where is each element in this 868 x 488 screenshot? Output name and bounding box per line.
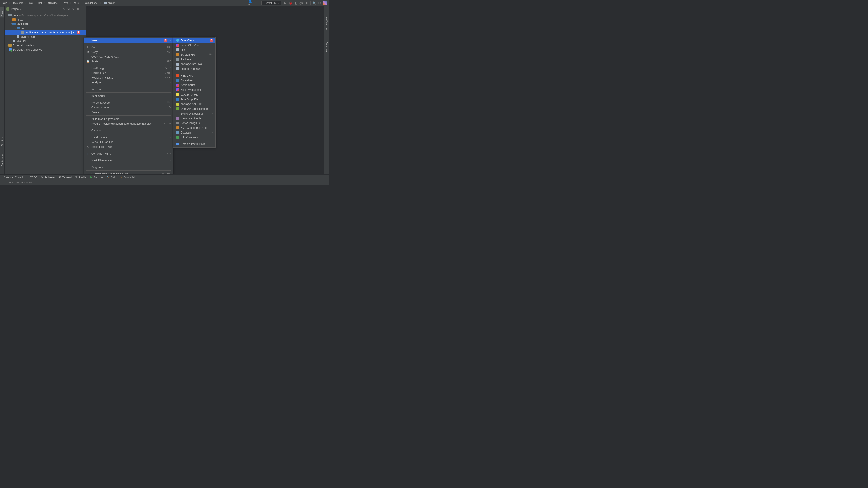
bottom-autobuild[interactable]: ⚠Auto-build xyxy=(119,176,135,179)
submenu-kotlin-ws[interactable]: Kotlin Worksheet xyxy=(174,88,215,92)
tree-java-iml[interactable]: java.iml xyxy=(4,39,86,43)
select-opened-icon[interactable]: ⊙ xyxy=(62,7,65,11)
menu-reformat[interactable]: Reformat Code⌥⌘L xyxy=(84,100,173,105)
tree-scratches[interactable]: Scratches and Consoles xyxy=(4,47,86,52)
breadcrumb-item[interactable]: java xyxy=(63,1,69,5)
submenu-kotlin-script[interactable]: Kotlin Script xyxy=(174,83,215,88)
breadcrumb-item[interactable]: core xyxy=(73,1,80,5)
sync-icon[interactable]: ↺ xyxy=(254,1,257,5)
bottom-services[interactable]: ▶Services xyxy=(90,176,103,179)
menu-find-in-files[interactable]: Find in Files...⇧⌘F xyxy=(84,70,173,75)
stop-icon[interactable]: ■ xyxy=(305,1,309,5)
search-icon[interactable]: 🔍 xyxy=(312,1,316,5)
submenu-stylesheet[interactable]: Stylesheet xyxy=(174,78,215,83)
tree-idea[interactable]: .idea xyxy=(4,18,86,22)
submenu-html[interactable]: HTML File xyxy=(174,73,215,78)
folder-icon xyxy=(104,2,107,4)
breadcrumb-item[interactable]: object xyxy=(103,1,115,5)
run-config-dropdown[interactable]: Current File xyxy=(261,1,281,5)
breadcrumb-item[interactable]: foundational xyxy=(84,1,99,5)
submenu-openapi[interactable]: OpenAPI Specification xyxy=(174,106,215,111)
menu-bookmarks[interactable]: Bookmarks▸ xyxy=(84,94,173,98)
profile-icon[interactable]: ◷▾ xyxy=(300,1,303,5)
menu-copy-path[interactable]: Copy Path/Reference... xyxy=(84,54,173,59)
submenu-resource[interactable]: Resource Bundle xyxy=(174,116,215,121)
submenu-xml-config[interactable]: XML Configuration File▸ xyxy=(174,125,215,130)
project-tree[interactable]: java ~/Documents/projects/java/ittimelin… xyxy=(4,12,86,174)
bottom-terminal[interactable]: ▣Terminal xyxy=(58,176,72,179)
submenu-js[interactable]: JavaScript File xyxy=(174,92,215,97)
settings-icon[interactable]: ⚙ xyxy=(76,7,79,11)
project-tab[interactable]: Project xyxy=(0,7,4,18)
coverage-icon[interactable]: ◧ xyxy=(294,1,298,5)
hide-icon[interactable]: — xyxy=(82,7,85,11)
menu-cut[interactable]: ✂Cut⌘X xyxy=(84,45,173,50)
bottom-build[interactable]: 🔨Build xyxy=(107,176,116,179)
menu-new[interactable]: New 2 ▸ xyxy=(84,38,173,43)
breadcrumb-item[interactable]: net xyxy=(37,1,43,5)
jetbrains-icon[interactable] xyxy=(323,1,327,5)
new-submenu[interactable]: Java Class3 Kotlin Class/File File Scrat… xyxy=(173,37,216,148)
tool-windows-icon[interactable] xyxy=(2,181,5,184)
tree-root[interactable]: java ~/Documents/projects/java/ittimelin… xyxy=(4,13,86,18)
tree-javacore-iml[interactable]: java-core.iml xyxy=(4,35,86,39)
submenu-editorconfig[interactable]: EditorConfig File xyxy=(174,121,215,125)
breadcrumb-item[interactable]: ittimeline xyxy=(47,1,58,5)
submenu-packagejson[interactable]: package.json File xyxy=(174,102,215,106)
submenu-java-class[interactable]: Java Class3 xyxy=(174,38,215,43)
tree-ext-libs[interactable]: External Libraries xyxy=(4,43,86,47)
expand-all-icon[interactable]: ⇲ xyxy=(67,7,70,11)
submenu-diagram[interactable]: Diagram▸ xyxy=(174,130,215,135)
tree-package-selected[interactable]: net.ittimeline.java.core.foundational.ob… xyxy=(4,30,86,35)
menu-repair-ide[interactable]: Repair IDE on File xyxy=(84,140,173,144)
menu-refactor[interactable]: Refactor▸ xyxy=(84,87,173,92)
notifications-tab[interactable]: Notifications xyxy=(325,15,329,31)
run-icon[interactable]: ▶ xyxy=(283,1,287,5)
submenu-ts[interactable]: TypeScript File xyxy=(174,97,215,102)
tree-src[interactable]: src xyxy=(4,26,86,30)
submenu-http[interactable]: HTTP Request xyxy=(174,135,215,140)
bookmarks-tab[interactable]: Bookmarks xyxy=(0,153,4,168)
submenu-datasource[interactable]: Data Source in Path xyxy=(174,142,215,147)
menu-convert-kotlin[interactable]: Convert Java File to Kotlin File⌥⇧⌘K xyxy=(84,171,173,174)
bottom-profiler[interactable]: ◷Profiler xyxy=(75,176,87,179)
collapse-all-icon[interactable]: ⇱ xyxy=(72,7,74,11)
submenu-package[interactable]: Package xyxy=(174,57,215,62)
bottom-todo[interactable]: ☰TODO xyxy=(26,176,37,179)
breadcrumb-item[interactable]: java-core xyxy=(12,1,24,5)
submenu-package-info[interactable]: package-info.java xyxy=(174,62,215,66)
menu-delete[interactable]: Delete...⌦ xyxy=(84,110,173,115)
bottom-problems[interactable]: ⊘Problems xyxy=(40,176,55,179)
menu-build-module[interactable]: Build Module 'java-core' xyxy=(84,117,173,121)
settings-icon[interactable]: ⚙ xyxy=(318,1,321,5)
breadcrumb: java〉 java-core〉 src〉 net〉 ittimeline〉 j… xyxy=(2,1,248,5)
tree-javacore[interactable]: java-core xyxy=(4,22,86,26)
submenu-module-info[interactable]: module-info.java xyxy=(174,66,215,71)
bottom-version-control[interactable]: ⎇Version Control xyxy=(2,176,23,179)
submenu-swing[interactable]: Swing UI Designer▸ xyxy=(174,111,215,116)
structure-tab[interactable]: Structure xyxy=(0,135,4,148)
menu-mark-dir[interactable]: Mark Directory as▸ xyxy=(84,158,173,163)
project-title[interactable]: Project▾ xyxy=(11,7,21,11)
menu-find-usages[interactable]: Find Usages⌥F7 xyxy=(84,66,173,70)
debug-icon[interactable]: 🐞 xyxy=(289,1,292,5)
menu-open-in[interactable]: Open In▸ xyxy=(84,128,173,133)
menu-analyze[interactable]: Analyze▸ xyxy=(84,80,173,85)
breadcrumb-item[interactable]: src xyxy=(28,1,33,5)
menu-compare[interactable]: ⇄Compare With...⌘D xyxy=(84,151,173,156)
menu-rebuild[interactable]: Rebuild 'net.ittimeline.java.core.founda… xyxy=(84,121,173,126)
add-user-icon[interactable]: 👤▾ xyxy=(248,1,252,5)
context-menu[interactable]: New 2 ▸ ✂Cut⌘X ⧉Copy⌘C Copy Path/Referen… xyxy=(84,37,173,174)
submenu-scratch[interactable]: Scratch File⇧⌘N xyxy=(174,52,215,57)
menu-diagrams[interactable]: ☷Diagrams▸ xyxy=(84,165,173,169)
menu-replace-in-files[interactable]: Replace in Files...⇧⌘R xyxy=(84,75,173,80)
menu-reload[interactable]: ↻Reload from Disk xyxy=(84,144,173,149)
breadcrumb-item[interactable]: java xyxy=(2,1,8,5)
menu-local-history[interactable]: Local History▸ xyxy=(84,135,173,140)
menu-optimize[interactable]: Optimize Imports^⌥O xyxy=(84,105,173,110)
menu-copy[interactable]: ⧉Copy⌘C xyxy=(84,50,173,54)
database-tab[interactable]: Database xyxy=(325,40,329,54)
submenu-file[interactable]: File xyxy=(174,47,215,52)
menu-paste[interactable]: 📋Paste⌘V xyxy=(84,59,173,64)
submenu-kotlin-class[interactable]: Kotlin Class/File xyxy=(174,43,215,47)
